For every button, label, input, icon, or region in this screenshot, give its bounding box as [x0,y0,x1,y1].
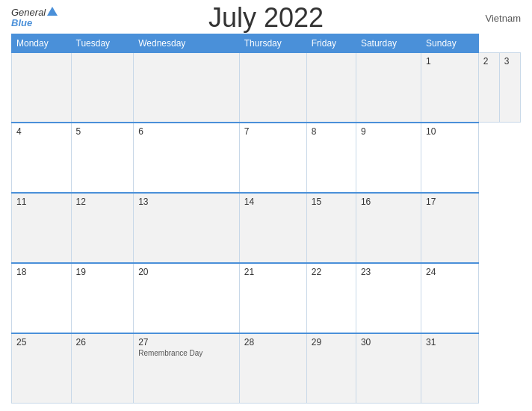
calendar-day-cell: 23 [356,263,421,333]
calendar-day-cell: 18 [12,263,72,333]
calendar-week-row: 252627Remembrance Day28293031 [12,333,521,404]
calendar-day-cell: 7 [239,123,306,193]
day-number: 13 [138,197,148,207]
day-number: 17 [426,197,436,207]
calendar-day-cell [71,52,134,123]
day-number: 21 [244,267,254,277]
day-number: 14 [244,197,254,207]
calendar-day-cell [356,52,421,123]
col-tuesday: Tuesday [71,34,134,52]
day-number: 12 [76,197,86,207]
day-number: 1 [426,56,431,67]
calendar-day-cell: 21 [239,263,306,333]
day-number: 19 [76,267,86,277]
col-sunday: Sunday [421,34,479,52]
weekday-row: Monday Tuesday Wednesday Thursday Friday… [12,34,521,52]
calendar-day-cell: 6 [134,123,240,193]
calendar-day-cell: 25 [12,333,72,404]
calendar-table: Monday Tuesday Wednesday Thursday Friday… [11,34,521,404]
col-friday: Friday [306,34,356,52]
day-number: 31 [426,337,436,347]
day-number: 24 [426,267,436,277]
calendar-day-cell: 27Remembrance Day [134,333,240,404]
day-number: 27 [138,337,148,347]
calendar-day-cell: 17 [421,193,479,263]
calendar-day-cell [306,52,356,123]
day-number: 26 [76,337,86,347]
day-number: 15 [312,197,321,207]
day-number: 2 [483,56,489,67]
col-monday: Monday [12,34,72,52]
day-number: 16 [361,197,371,207]
day-number: 30 [361,337,371,347]
calendar-week-row: 18192021222324 [12,263,521,333]
calendar-day-cell: 22 [306,263,356,333]
calendar-day-cell [239,52,306,123]
logo-triangle-icon [47,7,58,16]
day-number: 5 [76,126,81,137]
calendar-day-cell: 29 [306,333,356,404]
calendar-header: General Blue July 2022 Vietnam [11,7,521,29]
calendar-day-cell: 19 [71,263,134,333]
col-saturday: Saturday [356,34,421,52]
calendar-day-cell: 10 [421,123,479,193]
calendar-day-cell: 1 [421,52,479,123]
calendar-day-cell: 13 [134,193,240,263]
day-number: 22 [312,267,321,277]
day-number: 3 [504,56,510,67]
day-number: 23 [361,267,371,277]
calendar-day-cell: 9 [356,123,421,193]
calendar-day-cell: 5 [71,123,134,193]
col-wednesday: Wednesday [134,34,240,52]
calendar-container: General Blue July 2022 Vietnam Monday Tu… [0,0,532,411]
day-number: 18 [16,267,26,277]
logo-blue-text: Blue [11,18,32,28]
calendar-day-cell [12,52,72,123]
calendar-day-cell: 4 [12,123,72,193]
calendar-week-row: 11121314151617 [12,193,521,263]
day-number: 4 [16,126,22,137]
calendar-day-cell: 8 [306,123,356,193]
calendar-day-cell: 15 [306,193,356,263]
calendar-header-row: Monday Tuesday Wednesday Thursday Friday… [12,34,521,52]
day-number: 6 [138,126,143,137]
calendar-day-cell: 16 [356,193,421,263]
country-label: Vietnam [486,13,521,24]
calendar-body: 1234567891011121314151617181920212223242… [12,52,521,403]
calendar-day-cell: 31 [421,333,479,404]
calendar-day-cell: 3 [499,52,520,123]
calendar-day-cell [134,52,240,123]
calendar-day-cell: 26 [71,333,134,404]
month-title: July 2022 [208,2,324,34]
calendar-day-cell: 14 [239,193,306,263]
day-number: 10 [426,126,436,137]
col-thursday: Thursday [239,34,306,52]
holiday-label: Remembrance Day [138,349,235,357]
calendar-day-cell: 28 [239,333,306,404]
day-number: 28 [244,337,254,347]
day-number: 29 [312,337,321,347]
calendar-day-cell: 2 [478,52,499,123]
calendar-day-cell: 12 [71,193,134,263]
calendar-week-row: 45678910 [12,123,521,193]
day-number: 11 [16,197,26,207]
calendar-day-cell: 24 [421,263,479,333]
calendar-day-cell: 11 [12,193,72,263]
day-number: 25 [16,337,26,347]
day-number: 20 [138,267,148,277]
logo-general-text: General [11,7,46,18]
day-number: 9 [361,126,366,137]
day-number: 7 [244,126,250,137]
calendar-day-cell: 20 [134,263,240,333]
logo: General Blue [11,7,58,29]
day-number: 8 [312,126,317,137]
calendar-week-row: 123 [12,52,521,123]
calendar-day-cell: 30 [356,333,421,404]
